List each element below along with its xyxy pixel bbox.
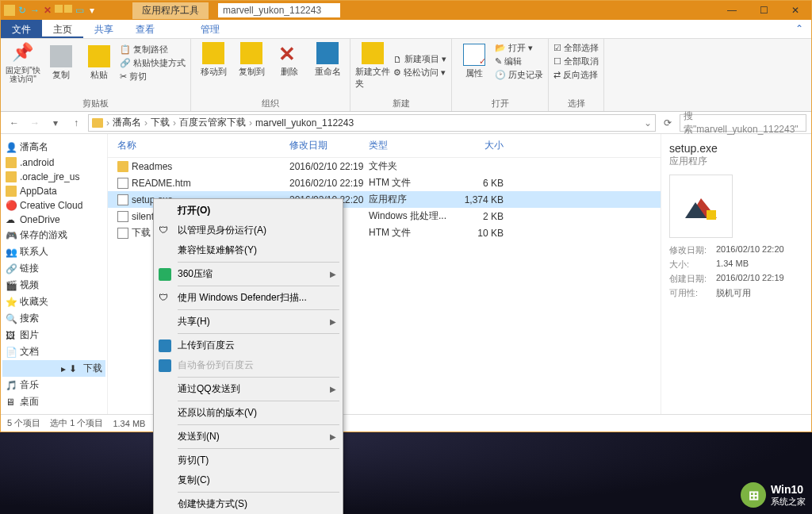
tree-item-10[interactable]: ⭐收藏夹 [2, 293, 105, 310]
quick-access-toolbar: ↻ → ✕ ▭ ▾ [1, 5, 101, 16]
menu-item-19[interactable]: 剪切(T) [154, 451, 343, 470]
tree-label: 潘高名 [20, 140, 48, 154]
tree-item-0[interactable]: 👤潘高名 [2, 139, 105, 155]
history-icon: 🕑 [495, 70, 506, 80]
minimize-button[interactable]: — [716, 1, 748, 20]
qa-dropdown-icon[interactable]: ▾ [86, 5, 98, 16]
tree-item-12[interactable]: 🖼图片 [2, 327, 105, 343]
qa-icon-5[interactable]: ▭ [74, 5, 85, 16]
menu-label: 使用 Windows Defender扫描... [178, 291, 307, 305]
tree-item-15[interactable]: 🎵音乐 [2, 377, 105, 393]
tree-item-4[interactable]: 🔴Creative Cloud [2, 198, 105, 213]
delete-button[interactable]: ✕删除 [272, 42, 307, 78]
crumb-1[interactable]: 下载 [151, 116, 170, 129]
forward-button[interactable]: → [26, 114, 44, 132]
easy-access-button[interactable]: ⚙轻松访问 ▾ [393, 67, 446, 79]
menu-item-2[interactable]: 兼容性疑难解答(Y) [154, 240, 343, 260]
tab-home[interactable]: 主页 [42, 20, 83, 38]
copy-to-button[interactable]: 复制到 [234, 42, 269, 78]
menu-item-0[interactable]: 打开(O) [154, 201, 343, 221]
tree-item-5[interactable]: ☁OneDrive [2, 213, 105, 227]
menu-item-4[interactable]: 360压缩▶ [154, 264, 343, 284]
address-bar[interactable]: › 潘高名› 下载› 百度云管家下载› marvell_yukon_112243… [88, 114, 656, 132]
tree-item-2[interactable]: .oracle_jre_us [2, 170, 105, 184]
menu-item-6[interactable]: 🛡使用 Windows Defender扫描... [154, 288, 343, 308]
menu-item-17[interactable]: 发送到(N)▶ [154, 427, 343, 447]
close-button[interactable]: ✕ [779, 1, 811, 20]
crumb-3[interactable]: marvell_yukon_112243 [255, 117, 354, 128]
menu-item-13[interactable]: 通过QQ发送到▶ [154, 379, 343, 399]
col-date[interactable]: 修改日期 [289, 139, 369, 152]
col-name[interactable]: 名称 [111, 139, 289, 152]
qa-icon-3[interactable] [55, 5, 63, 13]
new-item-button[interactable]: 🗋新建项目 ▾ [393, 53, 446, 65]
tab-view[interactable]: 查看 [124, 20, 166, 38]
copy-path-button[interactable]: 📋复制路径 [120, 44, 186, 56]
menu-item-15[interactable]: 还原以前的版本(V) [154, 403, 343, 423]
column-headers[interactable]: 名称 修改日期 类型 大小 [108, 134, 661, 158]
tab-share[interactable]: 共享 [83, 20, 124, 38]
copy-icon [50, 45, 72, 67]
tree-item-11[interactable]: 🔍搜索 [2, 310, 105, 327]
file-row-1[interactable]: README.htm2016/02/10 22:19HTM 文件6 KB [108, 175, 661, 191]
create-val: 2016/02/10 22:19 [716, 273, 803, 285]
folder-icon [6, 186, 17, 197]
tree-item-14[interactable]: ▸⬇下载 [2, 360, 105, 377]
paste-button[interactable]: 粘贴 [82, 45, 117, 81]
col-type[interactable]: 类型 [369, 139, 456, 152]
qa-icon-4[interactable] [64, 5, 72, 13]
up-button[interactable]: ↑ [67, 114, 85, 132]
tree-item-7[interactable]: 👥联系人 [2, 244, 105, 260]
menu-item-20[interactable]: 复制(C) [154, 470, 343, 490]
recent-dropdown[interactable]: ▾ [47, 114, 64, 132]
crumb-2[interactable]: 百度云管家下载 [179, 116, 246, 129]
pin-button[interactable]: 📌固定到"快速访问" [6, 42, 40, 83]
delete-icon: ✕ [278, 42, 301, 64]
menu-item-10[interactable]: 上传到百度云 [154, 336, 343, 355]
rename-button[interactable]: 重命名 [310, 42, 345, 78]
menu-label: 通过QQ发送到 [178, 382, 240, 396]
qa-icon-1[interactable]: ↻ [17, 5, 28, 16]
tree-item-1[interactable]: .android [2, 155, 105, 170]
tree-item-3[interactable]: AppData [2, 184, 105, 198]
invert-selection-button[interactable]: ⇄反向选择 [553, 69, 599, 81]
qa-icon-2[interactable]: → [29, 5, 40, 16]
maximize-button[interactable]: ☐ [748, 1, 779, 20]
menu-item-22[interactable]: 创建快捷方式(S) [154, 494, 343, 514]
paste-shortcut-button[interactable]: 🔗粘贴快捷方式 [120, 57, 186, 69]
properties-button[interactable]: ✓属性 [457, 44, 492, 79]
select-all-button[interactable]: ☑全部选择 [553, 42, 599, 54]
crumb-0[interactable]: 潘高名 [113, 116, 141, 129]
tab-manage[interactable]: 管理 [190, 20, 231, 38]
back-button[interactable]: ← [6, 114, 23, 132]
edit-button[interactable]: ✎编辑 [495, 56, 543, 67]
shortcut-icon: 🔗 [120, 58, 131, 68]
folder-icon [6, 171, 17, 182]
qa-close-icon[interactable]: ✕ [42, 5, 53, 16]
file-row-0[interactable]: Readmes2016/02/10 22:19文件夹 [108, 158, 661, 175]
tab-file[interactable]: 文件 [1, 20, 42, 38]
cut-button[interactable]: ✂剪切 [120, 71, 186, 82]
select-none-button[interactable]: ☐全部取消 [553, 56, 599, 67]
menu-item-8[interactable]: 共享(H)▶ [154, 312, 343, 332]
menu-item-1[interactable]: 🛡以管理员身份运行(A) [154, 221, 343, 240]
menu-item-11[interactable]: 自动备份到百度云 [154, 355, 343, 375]
move-to-button[interactable]: 移动到 [196, 42, 231, 78]
nav-tree[interactable]: 👤潘高名.android.oracle_jre_usAppData🔴Creati… [1, 134, 108, 414]
new-folder-button[interactable]: 新建文件夹 [355, 42, 390, 90]
copy-button[interactable]: 复制 [44, 45, 79, 81]
tree-item-9[interactable]: 🎬视频 [2, 277, 105, 293]
history-button[interactable]: 🕑历史记录 [495, 69, 543, 81]
search-box[interactable]: 搜索"marvell_yukon_112243" [680, 114, 806, 132]
tree-item-16[interactable]: 🖥桌面 [2, 393, 105, 410]
collapse-ribbon-icon[interactable]: ⌃ [787, 20, 811, 38]
open-button[interactable]: 📂打开 ▾ [495, 42, 543, 54]
watermark: ⊞ Win10 系统之家 [741, 482, 806, 508]
col-size[interactable]: 大小 [456, 139, 504, 152]
refresh-button[interactable]: ⟳ [659, 114, 676, 132]
addr-dropdown-icon[interactable]: ⌄ [644, 117, 652, 128]
context-menu[interactable]: 打开(O)🛡以管理员身份运行(A)兼容性疑难解答(Y)360压缩▶🛡使用 Win… [153, 198, 343, 514]
tree-item-6[interactable]: 🎮保存的游戏 [2, 227, 105, 244]
tree-item-8[interactable]: 🔗链接 [2, 260, 105, 277]
tree-item-13[interactable]: 📄文档 [2, 343, 105, 360]
